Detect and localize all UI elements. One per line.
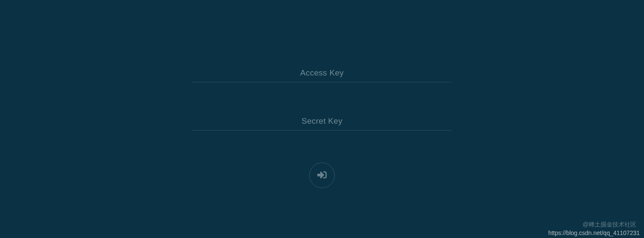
secret-key-input[interactable]: [193, 112, 451, 131]
access-key-input[interactable]: [193, 64, 451, 82]
sign-in-icon: [316, 170, 328, 181]
login-button[interactable]: [309, 163, 335, 188]
watermark-community: @稀土掘金技术社区: [583, 221, 636, 229]
watermark-source-url: https://blog.csdn.net/qq_41107231: [548, 229, 640, 236]
login-form: [193, 64, 451, 188]
